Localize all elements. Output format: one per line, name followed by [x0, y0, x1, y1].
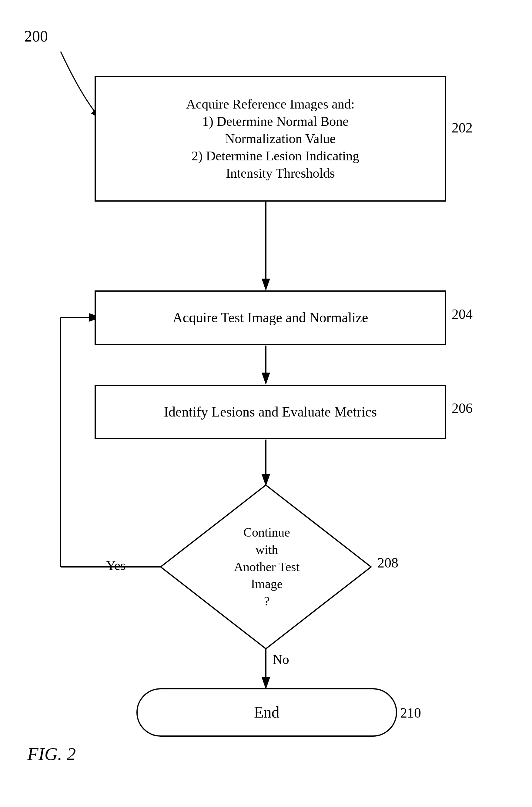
box-202: Acquire Reference Images and: 1) Determi…: [95, 76, 446, 201]
ref-210: 210: [400, 705, 421, 721]
box-206: Identify Lesions and Evaluate Metrics: [95, 385, 446, 439]
diagram-number: 200: [24, 27, 48, 45]
box-210: End: [136, 688, 397, 737]
box-202-text: Acquire Reference Images and: 1) Determi…: [182, 96, 359, 182]
ref-208: 208: [377, 555, 398, 571]
ref-202: 202: [452, 120, 473, 136]
diagram-container: 200 Acquire Reference Images and: 1) Det…: [0, 0, 532, 807]
ref-204: 204: [452, 306, 473, 322]
box-210-text: End: [254, 702, 280, 723]
box-204-text: Acquire Test Image and Normalize: [173, 309, 368, 327]
ref-206: 206: [452, 400, 473, 416]
yes-label: Yes: [106, 558, 126, 573]
box-206-text: Identify Lesions and Evaluate Metrics: [164, 403, 377, 421]
box-204: Acquire Test Image and Normalize: [95, 290, 446, 345]
figure-label: FIG. 2: [27, 744, 76, 765]
diamond-208-text: ContinuewithAnother TestImage?: [182, 509, 352, 625]
no-label: No: [273, 652, 289, 667]
